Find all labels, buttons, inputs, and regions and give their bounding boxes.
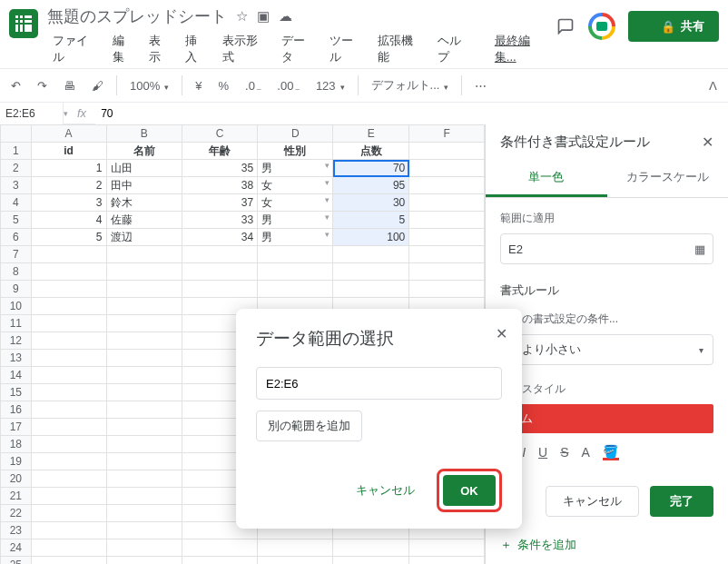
row-header[interactable]: 24 <box>1 539 32 557</box>
style-preview[interactable]: タム <box>500 404 713 433</box>
cell[interactable] <box>258 557 333 565</box>
collapse-toolbar-icon[interactable]: ᐱ <box>703 75 723 96</box>
cell[interactable]: 鈴木 <box>106 194 182 212</box>
cell[interactable] <box>106 539 182 557</box>
table-header-cell[interactable]: 名前 <box>106 143 182 160</box>
cell[interactable] <box>106 522 182 539</box>
text-color-icon[interactable]: A <box>581 445 589 460</box>
cell[interactable] <box>106 453 182 470</box>
cell[interactable] <box>182 557 257 565</box>
cell[interactable] <box>333 557 409 565</box>
table-header-cell[interactable]: 年齢 <box>182 143 257 160</box>
cell[interactable] <box>106 246 182 263</box>
cell[interactable] <box>409 263 485 281</box>
row-header[interactable]: 6 <box>1 229 32 246</box>
row-header[interactable]: 18 <box>1 436 32 453</box>
row-header[interactable]: 12 <box>1 332 32 350</box>
cell[interactable] <box>106 367 182 384</box>
menu-view[interactable]: 表示 <box>143 30 177 68</box>
row-header[interactable]: 16 <box>1 401 32 419</box>
add-condition-button[interactable]: ＋ 条件を追加 <box>500 537 713 553</box>
cell[interactable] <box>106 263 182 281</box>
table-header-cell[interactable]: 点数 <box>333 143 409 160</box>
cell[interactable]: 34 <box>182 229 257 246</box>
dialog-close-icon[interactable]: ✕ <box>496 325 507 342</box>
cell[interactable] <box>182 539 257 557</box>
fill-color-icon[interactable]: 🪣 <box>603 444 619 460</box>
panel-done-button[interactable]: 完了 <box>650 486 713 517</box>
dialog-ok-button[interactable]: OK <box>443 475 496 506</box>
cell[interactable] <box>31 470 106 488</box>
col-header-C[interactable]: C <box>182 125 257 143</box>
cell[interactable] <box>333 281 409 298</box>
table-header-cell[interactable]: 性別 <box>258 143 333 160</box>
cell[interactable] <box>409 246 485 263</box>
row-header[interactable]: 1 <box>1 143 32 160</box>
cell[interactable] <box>31 522 106 539</box>
formula-input[interactable] <box>95 103 728 124</box>
cell[interactable]: 38 <box>182 177 257 194</box>
cell[interactable]: 70 <box>333 160 409 177</box>
cell[interactable] <box>409 160 485 177</box>
col-header-A[interactable]: A <box>31 125 106 143</box>
zoom-select[interactable]: 100% <box>124 75 174 96</box>
more-tools-icon[interactable]: ⋯ <box>469 75 492 96</box>
row-header[interactable]: 25 <box>1 557 32 565</box>
cell[interactable]: 30 <box>333 194 409 212</box>
row-header[interactable]: 23 <box>1 522 32 539</box>
row-header[interactable]: 8 <box>1 263 32 281</box>
cell[interactable] <box>106 298 182 315</box>
cell[interactable] <box>333 539 409 557</box>
italic-icon[interactable]: I <box>522 445 526 460</box>
cell[interactable] <box>106 488 182 505</box>
cell[interactable] <box>258 263 333 281</box>
percent-button[interactable]: % <box>212 75 234 96</box>
cell[interactable] <box>258 539 333 557</box>
number-format-button[interactable]: 123 <box>310 75 350 96</box>
row-header[interactable]: 13 <box>1 350 32 367</box>
cell[interactable] <box>31 332 106 350</box>
cell[interactable] <box>409 229 485 246</box>
cell[interactable]: 37 <box>182 194 257 212</box>
cell[interactable]: 渡辺 <box>106 229 182 246</box>
range-input[interactable]: E2 ▦ <box>500 233 713 264</box>
menu-tools[interactable]: ツール <box>324 30 369 68</box>
cloud-icon[interactable]: ☁ <box>279 8 292 25</box>
doc-title[interactable]: 無題のスプレッドシート <box>47 5 227 27</box>
cell[interactable]: 女▾ <box>258 177 333 194</box>
row-header[interactable]: 2 <box>1 160 32 177</box>
cell[interactable] <box>31 384 106 401</box>
decrease-decimal-button[interactable]: .0_ <box>240 75 266 96</box>
row-header[interactable]: 9 <box>1 281 32 298</box>
menu-edit[interactable]: 編集 <box>107 30 141 68</box>
paint-format-icon[interactable]: 🖌 <box>86 75 109 96</box>
row-header[interactable]: 5 <box>1 212 32 229</box>
cell[interactable] <box>31 453 106 470</box>
cell[interactable] <box>333 246 409 263</box>
cell[interactable] <box>31 298 106 315</box>
cell[interactable] <box>31 401 106 419</box>
row-header[interactable]: 15 <box>1 384 32 401</box>
font-select[interactable]: デフォルト... <box>366 74 455 97</box>
star-icon[interactable]: ☆ <box>236 8 248 25</box>
cell[interactable]: 男▾ <box>258 229 333 246</box>
row-header[interactable]: 22 <box>1 505 32 522</box>
last-edit-link[interactable]: 最終編集... <box>489 30 556 68</box>
cell[interactable] <box>31 281 106 298</box>
cell[interactable] <box>31 488 106 505</box>
strikethrough-icon[interactable]: S <box>560 445 568 460</box>
cell[interactable]: 田中 <box>106 177 182 194</box>
menu-data[interactable]: データ <box>276 30 321 68</box>
cell[interactable]: 5 <box>31 229 106 246</box>
add-another-range-button[interactable]: 別の範囲を追加 <box>256 411 362 441</box>
cell[interactable]: 1 <box>31 160 106 177</box>
dialog-range-input[interactable] <box>256 367 502 400</box>
cell[interactable] <box>31 505 106 522</box>
menu-help[interactable]: ヘルプ <box>432 30 477 68</box>
move-icon[interactable]: ▣ <box>257 8 270 25</box>
col-header-B[interactable]: B <box>106 125 182 143</box>
menu-extensions[interactable]: 拡張機能 <box>372 30 429 68</box>
meet-icon[interactable] <box>588 13 615 40</box>
row-header[interactable]: 14 <box>1 367 32 384</box>
cell[interactable] <box>182 263 257 281</box>
